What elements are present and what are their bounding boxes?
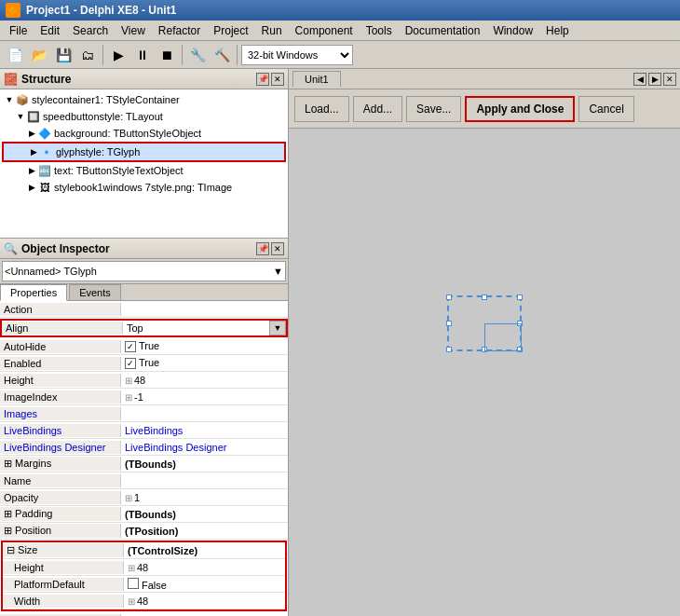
toolbar-extra1[interactable]: 🔧: [186, 44, 209, 66]
tree-label-0: stylecontainer1: TStyleContainer: [32, 94, 180, 105]
prop-size-width: Width ⊞48: [3, 593, 285, 609]
prop-size-height: Height ⊞48: [3, 559, 285, 576]
menu-window[interactable]: Window: [487, 22, 538, 39]
main-container: 🧱 Structure 📌 ✕ ▼ 📦 stylecontainer1: TSt…: [0, 69, 680, 616]
toolbar-pause[interactable]: ⏸: [131, 44, 154, 66]
checkbox-enabled[interactable]: ✓: [125, 358, 136, 369]
icon-5: 🖼: [37, 180, 52, 195]
toolbar-save[interactable]: 💾: [52, 44, 75, 66]
toolbar-open[interactable]: 📂: [28, 44, 50, 66]
prop-name-opacity: Opacity: [0, 491, 121, 504]
prop-name-livebindings[interactable]: LiveBindings: [0, 424, 121, 437]
tab-close[interactable]: ✕: [663, 73, 676, 86]
apply-and-close-button[interactable]: Apply and Close: [465, 96, 575, 122]
cancel-button[interactable]: Cancel: [578, 96, 633, 122]
platform-selector[interactable]: 32-bit Windows 64-bit Windows: [241, 45, 353, 65]
tab-properties[interactable]: Properties: [0, 284, 67, 301]
toolbar-saveall[interactable]: 🗂: [76, 44, 99, 66]
tab-nav-left[interactable]: ◀: [633, 73, 646, 86]
menu-file[interactable]: File: [4, 22, 33, 39]
toggle-3[interactable]: ▶: [28, 146, 39, 157]
toolbar-new[interactable]: 📄: [4, 44, 26, 66]
prop-name-images: Images: [0, 407, 121, 420]
menu-tools[interactable]: Tools: [360, 22, 398, 39]
toolbar-sep2: [182, 45, 183, 65]
menu-view[interactable]: View: [116, 22, 151, 39]
toolbar-stop[interactable]: ⏹: [156, 44, 178, 66]
prop-name-livebindings-designer[interactable]: LiveBindings Designer: [0, 441, 121, 454]
inspector-icon: 🔍: [4, 242, 18, 255]
handle-tr[interactable]: [517, 294, 523, 300]
prop-name-size: ⊟ Size: [3, 543, 124, 557]
prop-value-height[interactable]: ⊞48: [121, 374, 288, 387]
add-button[interactable]: Add...: [353, 96, 402, 122]
handle-tl[interactable]: [446, 294, 452, 300]
object-selector[interactable]: <Unnamed> TGlyph ▼: [2, 261, 286, 281]
prop-value-platformdefault[interactable]: False: [124, 577, 285, 592]
prop-action: Action: [0, 301, 288, 318]
menu-help[interactable]: Help: [540, 22, 575, 39]
expand-position[interactable]: ⊞: [4, 525, 15, 536]
prop-value-enabled[interactable]: ✓True: [121, 356, 288, 370]
prop-value-imageindex[interactable]: ⊞-1: [121, 390, 288, 404]
toggle-2[interactable]: ▶: [26, 128, 37, 139]
prop-value-action[interactable]: [121, 308, 288, 310]
tab-nav-right[interactable]: ▶: [648, 73, 661, 86]
prop-value-livebindings[interactable]: LiveBindings: [121, 424, 288, 437]
tree-item-4[interactable]: ▶ 🔤 text: TButtonStyleTextObject: [2, 162, 286, 179]
toggle-5[interactable]: ▶: [26, 182, 37, 193]
checkbox-platformdefault[interactable]: [128, 578, 139, 589]
tree-item-5[interactable]: ▶ 🖼 stylebook1windows 7style.png: TImage: [2, 179, 286, 196]
expand-margins[interactable]: ⊞: [4, 458, 15, 469]
menu-run[interactable]: Run: [256, 22, 288, 39]
handle-ml[interactable]: [446, 321, 452, 326]
toggle-4[interactable]: ▶: [26, 165, 37, 176]
toolbar-run[interactable]: ▶: [107, 44, 129, 66]
inspector-pin[interactable]: 📌: [256, 242, 269, 255]
menu-refactor[interactable]: Refactor: [153, 22, 206, 39]
handle-bl[interactable]: [446, 347, 452, 352]
toolbar-sep1: [102, 45, 103, 65]
expand-size[interactable]: ⊟: [7, 544, 18, 555]
prop-value-images[interactable]: [121, 413, 288, 415]
prop-value-opacity[interactable]: ⊞1: [121, 491, 288, 504]
menu-edit[interactable]: Edit: [34, 22, 65, 39]
checkbox-autohide[interactable]: ✓: [125, 341, 136, 352]
prop-value-livebindings-designer[interactable]: LiveBindings Designer: [121, 441, 288, 454]
prop-value-size-height[interactable]: ⊞48: [124, 561, 285, 574]
left-panel: 🧱 Structure 📌 ✕ ▼ 📦 stylecontainer1: TSt…: [0, 69, 289, 616]
structure-pin[interactable]: 📌: [256, 73, 269, 86]
toolbar-extra2[interactable]: 🔨: [211, 44, 233, 66]
tree-item-1[interactable]: ▼ 🔲 speedbuttonstyle: TLayout: [2, 108, 286, 125]
save-button[interactable]: Save...: [406, 96, 461, 122]
prop-margins: ⊞ Margins (TBounds): [0, 456, 288, 472]
menu-component[interactable]: Component: [290, 22, 359, 39]
prop-value-autohide[interactable]: ✓True: [121, 339, 288, 353]
expand-padding[interactable]: ⊞: [4, 508, 15, 519]
icon-0: 📦: [15, 92, 30, 107]
toggle-0[interactable]: ▼: [4, 94, 15, 105]
tree-item-0[interactable]: ▼ 📦 stylecontainer1: TStyleContainer: [2, 91, 286, 108]
load-button[interactable]: Load...: [294, 96, 349, 122]
prop-value-size-width[interactable]: ⊞48: [124, 595, 285, 608]
structure-close[interactable]: ✕: [271, 73, 284, 86]
tab-events[interactable]: Events: [69, 284, 121, 300]
unit-tab-controls: ◀ ▶ ✕: [633, 73, 676, 86]
icon-2: 🔷: [37, 126, 52, 141]
menu-search[interactable]: Search: [67, 22, 114, 39]
selection-box: [447, 295, 522, 351]
prop-value-name[interactable]: [121, 480, 288, 482]
unit-tab[interactable]: Unit1: [292, 71, 341, 87]
tree-item-3[interactable]: ▶ 🔹 glyphstyle: TGlyph: [2, 142, 286, 162]
inspector-close[interactable]: ✕: [271, 242, 284, 255]
structure-tree: ▼ 📦 stylecontainer1: TStyleContainer ▼ 🔲…: [0, 89, 288, 239]
prop-value-align: Top: [123, 322, 269, 335]
tree-item-2[interactable]: ▶ 🔷 background: TButtonStyleObject: [2, 125, 286, 142]
handle-tc[interactable]: [482, 294, 487, 300]
prop-align-dropdown[interactable]: ▼: [269, 321, 286, 335]
prop-align: Align Top ▼: [0, 319, 288, 337]
toggle-1[interactable]: ▼: [15, 111, 26, 122]
menu-documentation[interactable]: Documentation: [400, 22, 486, 39]
icon-3: 🔹: [39, 144, 54, 159]
menu-project[interactable]: Project: [208, 22, 253, 39]
